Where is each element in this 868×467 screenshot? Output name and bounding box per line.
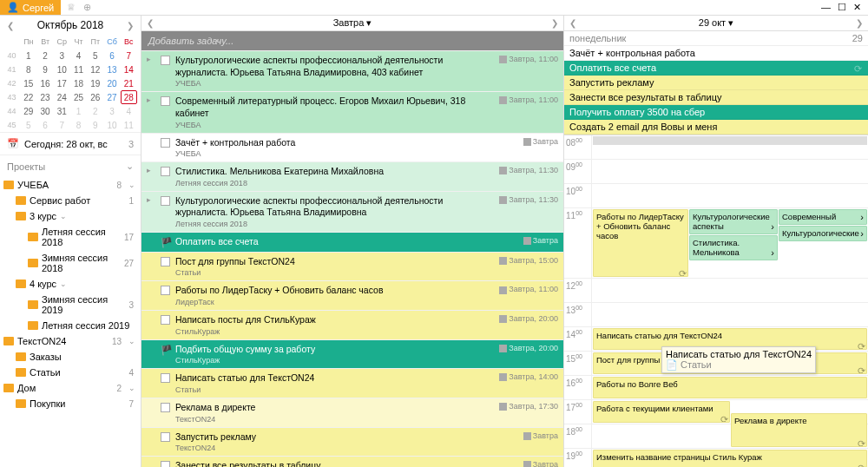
cal-day[interactable]: 10 (54, 62, 70, 76)
task-item[interactable]: Работы по ЛидерТаску + Обновить баланс ч… (141, 281, 563, 310)
timeline-event[interactable]: Культурологические› (779, 226, 867, 241)
maximize-button[interactable]: ☐ (838, 2, 846, 13)
task-checkbox[interactable] (161, 167, 170, 176)
task-item[interactable]: ▸Современный литературный процесс. Егоро… (141, 92, 563, 132)
task-checkbox[interactable] (161, 96, 170, 106)
cal-day[interactable]: 16 (37, 76, 54, 90)
cal-day[interactable]: 29 (20, 104, 36, 118)
cal-day[interactable]: 5 (87, 49, 103, 62)
cal-day[interactable]: 2 (87, 104, 103, 118)
cal-day[interactable]: 4 (121, 104, 137, 118)
cal-day[interactable]: 23 (36, 90, 53, 104)
cal-day[interactable]: 6 (104, 49, 121, 62)
task-item[interactable]: Занести все результаты в таблицуТекстON2… (141, 457, 563, 467)
day-prev[interactable]: ❮ (569, 18, 576, 28)
tree-item[interactable]: Зимняя сессия 201827 (0, 250, 141, 276)
timeline-event[interactable]: Изменить название страницы Стиль Кураж⟳ (593, 450, 867, 467)
task-checkbox[interactable] (161, 432, 170, 442)
cal-next[interactable]: ❯ (127, 21, 134, 30)
cal-prev[interactable]: ❮ (7, 21, 14, 30)
cal-day[interactable]: 15 (20, 76, 36, 90)
cal-day[interactable]: 9 (37, 62, 54, 76)
tree-item[interactable]: 4 курс⌄ (0, 276, 141, 292)
task-item[interactable]: ▸Стилистика. Мельникова Екатерина Михайл… (141, 162, 563, 191)
task-item[interactable]: Запустить рекламуТекстON24Завтра (141, 428, 563, 457)
task-checkbox[interactable] (161, 461, 170, 467)
timeline-event[interactable]: Работы по ЛидерТаску + Обновить баланс ч… (593, 209, 688, 277)
cal-day[interactable]: 30 (37, 104, 54, 118)
tree-item[interactable]: Зимняя сессия 20193 (0, 292, 141, 318)
tree-item[interactable]: Заказы (0, 349, 141, 365)
cal-day[interactable]: 14 (121, 62, 137, 76)
cal-day[interactable]: 8 (20, 62, 36, 76)
cal-day[interactable]: 27 (103, 90, 120, 104)
task-item[interactable]: ▸Культурологические аспекты профессионал… (141, 192, 563, 232)
cal-day[interactable]: 6 (37, 118, 54, 132)
cal-day[interactable]: 1 (20, 49, 36, 62)
cal-day[interactable]: 4 (70, 49, 87, 62)
add-task-input[interactable]: Добавить задачу... (141, 31, 563, 50)
task-item[interactable]: Пост для группы ТекстON24СтатьиЗавтра, 1… (141, 253, 563, 281)
cal-day[interactable]: 11 (121, 118, 137, 132)
expand-icon[interactable]: ▸ (147, 95, 155, 104)
day-title[interactable]: 29 окт ▾ (699, 17, 733, 29)
cal-day[interactable]: 10 (104, 118, 121, 132)
cal-day[interactable]: 12 (87, 62, 103, 76)
center-title[interactable]: Завтра ▾ (333, 17, 372, 29)
cal-day[interactable]: 11 (70, 62, 87, 76)
task-checkbox[interactable] (161, 196, 170, 206)
expand-icon[interactable]: ▸ (147, 195, 155, 204)
center-prev[interactable]: ❮ (147, 18, 154, 28)
tree-item[interactable]: Сервис работ1 (0, 193, 141, 208)
cal-day[interactable]: 3 (104, 104, 121, 118)
tree-item[interactable]: Летняя сессия 2019 (0, 318, 141, 333)
task-item[interactable]: Реклама в директеТекстON24Завтра, 17:30 (141, 398, 563, 427)
cal-day[interactable]: 18 (70, 76, 87, 90)
allday-event[interactable]: Занести все результаты в таблицу (564, 90, 868, 105)
cal-day[interactable]: 9 (87, 118, 103, 132)
cal-day[interactable]: 21 (121, 76, 137, 90)
task-checkbox[interactable] (161, 315, 170, 325)
allday-event[interactable]: Создать 2 email для Вовы и меня (564, 120, 868, 135)
center-next[interactable]: ❯ (551, 18, 558, 28)
cal-day[interactable]: 26 (87, 90, 103, 104)
projects-header[interactable]: Проекты ⌄ (0, 155, 141, 177)
cal-day[interactable]: 20 (104, 76, 121, 90)
task-checkbox[interactable] (161, 56, 170, 65)
cal-day[interactable]: 13 (104, 62, 121, 76)
close-button[interactable]: ✕ (853, 2, 861, 13)
task-checkbox[interactable] (161, 373, 170, 383)
cal-day[interactable]: 3 (54, 49, 70, 62)
cal-day[interactable]: 2 (37, 49, 54, 62)
cal-day[interactable]: 7 (121, 49, 137, 62)
timeline-event[interactable]: Современный› (779, 209, 867, 225)
tree-item[interactable]: Статьи4 (0, 365, 141, 380)
task-checkbox[interactable] (161, 138, 170, 148)
task-checkbox[interactable] (161, 403, 170, 412)
crown-icon[interactable]: ♕ (64, 1, 78, 15)
day-next[interactable]: ❯ (856, 18, 863, 28)
cal-day[interactable]: 19 (87, 76, 103, 90)
tree-item[interactable]: 3 курс⌄ (0, 208, 141, 224)
expand-icon[interactable]: ▸ (147, 166, 155, 174)
allday-event[interactable]: Оплатить все счета⟳ (564, 61, 868, 76)
cal-day[interactable]: 24 (54, 90, 70, 104)
cal-day[interactable]: 7 (54, 118, 70, 132)
task-item[interactable]: 🏴Оплатить все счетаЗавтра (141, 233, 563, 252)
cal-day[interactable]: 22 (20, 90, 36, 104)
tree-item[interactable]: УЧЕБА8⌄ (0, 177, 141, 193)
timeline[interactable]: 0800090010001100Работы по ЛидерТаску + О… (564, 135, 868, 467)
expand-icon[interactable]: ▸ (147, 55, 155, 63)
globe-icon[interactable]: ⊕ (80, 1, 94, 15)
timeline-event[interactable]: Стилистика. Мельникова› (689, 235, 778, 260)
cal-day[interactable]: 5 (20, 118, 36, 132)
task-item[interactable]: 🏴Подбить общую сумму за работуСтильКураж… (141, 340, 563, 369)
tree-item[interactable]: Дом2⌄ (0, 380, 141, 396)
timeline-event[interactable]: Работа с текущими клиентами⟳ (593, 401, 730, 423)
task-checkbox[interactable] (161, 257, 170, 266)
timeline-event[interactable]: Культурологические аспекты› (689, 209, 778, 234)
cal-day[interactable]: 17 (54, 76, 70, 90)
task-item[interactable]: Написать статью для ТекстON24СтатьиЗавтр… (141, 369, 563, 398)
cal-day[interactable]: 8 (70, 118, 87, 132)
timeline-event[interactable]: Работы по Волге Веб (593, 377, 867, 398)
